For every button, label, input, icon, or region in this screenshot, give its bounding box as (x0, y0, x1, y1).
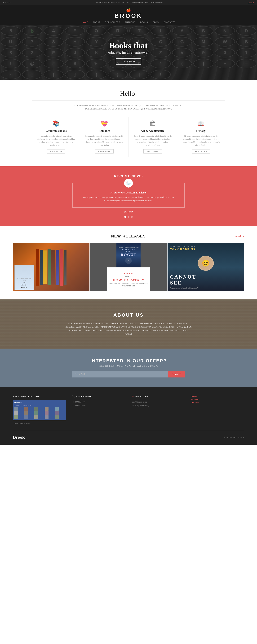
nav-about[interactable]: ABOUT (93, 21, 100, 24)
news-dot-1[interactable] (124, 216, 126, 218)
footer-facebook: FACEBOOK LIKE BOX f Facebook You and 129… (13, 395, 66, 424)
logo-title: BROOK (0, 12, 257, 19)
email-input[interactable] (72, 371, 168, 378)
about-us-title: ABOUT US (114, 312, 144, 318)
footer-telephone: 📞 TELEPHONE +1 800 603 0070 +1 800 603 0… (72, 395, 125, 424)
about-us-section: ABOUT US LOREM IPSUM DOLOR SIT AMET, CON… (0, 300, 257, 348)
facebook-like-box[interactable]: f Facebook You and 129 others like this. (13, 400, 66, 420)
offer-title: INTERESTED IN OUR OFFER? (32, 358, 225, 363)
new-releases-section: NEW RELEASES view all ➔ The Christmas Da… (0, 226, 257, 300)
history-name: History (182, 129, 220, 132)
nav-authors[interactable]: AUTHORS (125, 21, 136, 24)
address: 9070 St Vincent Place, Glasgow, CC 45 #1… (96, 2, 129, 3)
footer-social: Tumblr Facebook You Tube (191, 395, 244, 424)
romance-btn[interactable]: READ MORE (95, 149, 114, 154)
youtube-icon[interactable]: y (7, 1, 8, 4)
hero-title: Books that (108, 41, 149, 50)
news-dots[interactable] (32, 216, 225, 218)
nav-contacts[interactable]: CONTACTS (164, 21, 175, 24)
nav-blog[interactable]: BLOG (153, 21, 159, 24)
nav-home[interactable]: HOME (82, 21, 88, 24)
romance-desc: Epsum dolor sit amet, consectetur adipis… (85, 134, 124, 147)
art-architecture-name: Art & Architecture (134, 129, 172, 132)
offer-form[interactable]: SUBMIT (72, 371, 185, 378)
youtube-link[interactable]: You Tube (191, 401, 244, 404)
art-architecture-icon: 🏛 (134, 120, 172, 127)
fb-title: f Facebook (14, 402, 64, 404)
hero-section: 56 4E OR TI AS ND U7 3H YP LC GM WB 82 F… (0, 25, 257, 80)
facebook-box-title: FACEBOOK LIKE BOX (13, 395, 66, 398)
tony-cover: #1 BESTSELLING AUTHOR TONY ROBBINS 😊 CAN… (168, 243, 244, 292)
fb-avatars-grid (14, 407, 64, 419)
news-card: 🦢 At vero eos et accusamus et iusto odio… (72, 183, 185, 208)
twitter-icon[interactable]: t (5, 1, 6, 4)
history-desc: Sit amet, consectetur adipiscing elit, s… (182, 134, 220, 147)
email-title: ✉ E-Mail Us (132, 395, 185, 398)
email-2[interactable]: contact@demosite.org (132, 404, 149, 406)
footer-email: ✉ E-Mail Us mail@demosite.org contact@de… (132, 395, 185, 424)
facebook-icon[interactable]: f (3, 1, 4, 4)
offer-subtitle: FILL IN THIS FORM. WE WILL CALL YOU BACK… (32, 365, 225, 367)
childrens-books-btn[interactable]: READ MORE (47, 149, 65, 154)
header: 🍎 BROOK (0, 5, 257, 19)
nav-books[interactable]: BOOKS (140, 21, 148, 24)
recent-news-title: RECENT NEWS (32, 174, 225, 178)
nav-topsellers[interactable]: TOP SELLERS (105, 21, 120, 24)
news-excerpt: odio dignissimos ducimus qui blanditiis … (82, 196, 175, 202)
art-architecture-desc: Dolor sit amet, consectetur adipiscing e… (134, 134, 172, 147)
new-releases-title: NEW RELEASES (111, 234, 146, 238)
news-avatar: 🦢 (124, 178, 133, 188)
submit-button[interactable]: SUBMIT (168, 371, 185, 378)
childrens-books-name: Children's books (37, 129, 75, 132)
romance-name: Romance (85, 129, 124, 132)
romance-icon: 💝 (85, 120, 124, 127)
social-links[interactable]: f t y ★ (3, 1, 11, 4)
news-headline: At vero eos et accusamus et iusto (82, 191, 175, 194)
telephone-title: 📞 TELEPHONE (72, 395, 125, 398)
mistletoe-book: The Christmas Day on the Walk TheMistlet… (14, 265, 34, 290)
news-dot-2[interactable] (128, 216, 130, 218)
book-tony-robbins: #1 BESTSELLING AUTHOR TONY ROBBINS 😊 CAN… (168, 243, 244, 292)
social-links-footer[interactable]: Tumblr Facebook You Tube (191, 395, 244, 404)
category-history: 📖 History Sit amet, consectetur adipisci… (177, 117, 225, 157)
hero-subtitle: educate, inspire, empower (108, 50, 149, 54)
footer-bottom: Brook © 2015 PRIVACY POLICY (13, 431, 244, 440)
book-shelf: The Christmas Day on the Walk TheMistlet… (13, 243, 90, 292)
email-1[interactable]: mail@demosite.org (132, 401, 147, 403)
hello-text: LOREM IPSUM DOLOR SIT AMET, CONSECTETUR … (72, 104, 185, 110)
view-all-link[interactable]: view all ➔ (235, 235, 244, 238)
email: contact@demosite.org (132, 2, 148, 3)
footer: FACEBOOK LIKE BOX f Facebook You and 129… (0, 387, 257, 444)
art-architecture-btn[interactable]: READ MORE (144, 149, 162, 154)
phone-icon: 📞 (72, 395, 75, 398)
news-date: 13.04.2015 (32, 211, 225, 214)
book-assassin-eataly: PRIMA OfficialGameGuide ASSASSIN'S CREED… (90, 243, 167, 292)
offer-section: INTERESTED IN OUR OFFER? FILL IN THIS FO… (0, 348, 257, 387)
news-dot-3[interactable] (131, 216, 133, 218)
hero-cta-button[interactable]: CLICK HERE (116, 58, 141, 64)
footer-logo: Brook (13, 435, 25, 440)
history-btn[interactable]: READ MORE (192, 149, 210, 154)
phone: +1 800 559 0080 (151, 2, 163, 3)
hero-content: Books that educate, inspire, empower CLI… (108, 41, 149, 64)
about-us-text: LOREM IPSUM DOLOR SIT AMET, CONSECTETUR … (64, 322, 193, 336)
facebook-link[interactable]: Facebook (191, 398, 244, 400)
recent-news-section: RECENT NEWS 🦢 At vero eos et accusamus e… (0, 166, 257, 226)
email-icon: ✉ (132, 395, 134, 398)
telephone-numbers: +1 800 603 0070 +1 800 603 0080 (72, 400, 125, 407)
new-releases-header: NEW RELEASES view all ➔ (13, 234, 244, 238)
contact-info: 9070 St Vincent Place, Glasgow, CC 45 #1… (96, 2, 163, 3)
login-area[interactable]: LOGIN (248, 2, 254, 3)
category-art-architecture: 🏛 Art & Architecture Dolor sit amet, con… (129, 117, 177, 157)
tumblr-link[interactable]: Tumblr (191, 395, 244, 398)
footer-logo-area: Brook (13, 435, 25, 440)
login-button[interactable]: LOGIN (248, 2, 254, 3)
history-icon: 📖 (182, 120, 220, 127)
category-childrens-books: 📚 Children's books Lorem ipsum dolor sit… (32, 117, 80, 157)
rss-icon[interactable]: ★ (9, 1, 11, 4)
childrens-books-desc: Lorem ipsum dolor sit amet, consectetur … (37, 134, 75, 147)
main-nav[interactable]: HOME ABOUT TOP SELLERS AUTHORS BOOKS BLO… (0, 19, 257, 25)
top-bar: f t y ★ 9070 St Vincent Place, Glasgow, … (0, 0, 257, 5)
footer-top: FACEBOOK LIKE BOX f Facebook You and 129… (13, 395, 244, 431)
category-romance: 💝 Romance Epsum dolor sit amet, consecte… (80, 117, 128, 157)
